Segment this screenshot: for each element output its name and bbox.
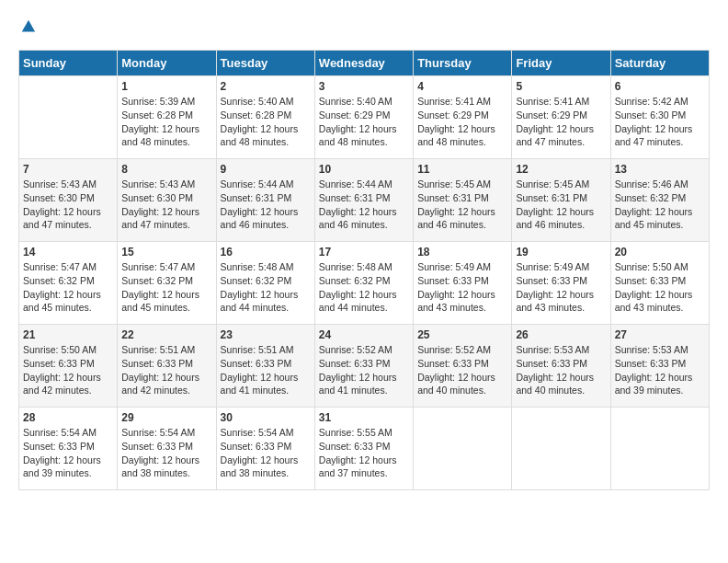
day-info: Sunrise: 5:42 AMSunset: 6:30 PMDaylight:… [615, 95, 705, 149]
day-info: Sunrise: 5:43 AMSunset: 6:30 PMDaylight:… [121, 178, 211, 232]
day-info: Sunrise: 5:40 AMSunset: 6:28 PMDaylight:… [221, 95, 311, 149]
week-row-4: 21Sunrise: 5:50 AMSunset: 6:33 PMDayligh… [19, 325, 710, 408]
day-number: 13 [615, 163, 705, 176]
calendar-cell: 1Sunrise: 5:39 AMSunset: 6:28 PMDaylight… [118, 76, 216, 159]
calendar-cell: 3Sunrise: 5:40 AMSunset: 6:29 PMDaylight… [314, 76, 413, 159]
day-number: 28 [23, 411, 113, 424]
calendar-cell: 10Sunrise: 5:44 AMSunset: 6:31 PMDayligh… [314, 159, 413, 242]
day-number: 14 [23, 246, 113, 259]
day-info: Sunrise: 5:53 AMSunset: 6:33 PMDaylight:… [516, 343, 606, 397]
calendar-cell: 11Sunrise: 5:45 AMSunset: 6:31 PMDayligh… [414, 159, 512, 242]
header-cell-tuesday: Tuesday [216, 51, 314, 76]
calendar-cell [512, 408, 610, 490]
day-info: Sunrise: 5:54 AMSunset: 6:33 PMDaylight:… [23, 426, 113, 480]
day-number: 4 [417, 80, 507, 93]
day-info: Sunrise: 5:48 AMSunset: 6:32 PMDaylight:… [319, 260, 409, 315]
day-number: 16 [221, 246, 311, 259]
calendar-cell: 30Sunrise: 5:54 AMSunset: 6:33 PMDayligh… [216, 408, 314, 490]
day-info: Sunrise: 5:51 AMSunset: 6:33 PMDaylight:… [221, 343, 311, 397]
calendar-cell: 4Sunrise: 5:41 AMSunset: 6:29 PMDaylight… [414, 76, 512, 159]
calendar-cell: 31Sunrise: 5:55 AMSunset: 6:33 PMDayligh… [314, 408, 413, 490]
calendar-cell: 14Sunrise: 5:47 AMSunset: 6:32 PMDayligh… [19, 242, 118, 325]
calendar-cell: 23Sunrise: 5:51 AMSunset: 6:33 PMDayligh… [216, 325, 314, 408]
calendar-cell: 26Sunrise: 5:53 AMSunset: 6:33 PMDayligh… [512, 325, 610, 408]
calendar-table: SundayMondayTuesdayWednesdayThursdayFrid… [18, 50, 710, 490]
header-cell-sunday: Sunday [19, 51, 118, 76]
day-info: Sunrise: 5:47 AMSunset: 6:32 PMDaylight:… [121, 260, 211, 315]
day-info: Sunrise: 5:53 AMSunset: 6:33 PMDaylight:… [615, 343, 705, 397]
calendar-cell [610, 408, 709, 490]
day-info: Sunrise: 5:48 AMSunset: 6:32 PMDaylight:… [221, 260, 311, 315]
logo-icon [20, 18, 37, 35]
calendar-cell: 17Sunrise: 5:48 AMSunset: 6:32 PMDayligh… [314, 242, 413, 325]
calendar-cell: 29Sunrise: 5:54 AMSunset: 6:33 PMDayligh… [118, 408, 216, 490]
day-info: Sunrise: 5:44 AMSunset: 6:31 PMDaylight:… [319, 178, 409, 232]
calendar-cell: 9Sunrise: 5:44 AMSunset: 6:31 PMDaylight… [216, 159, 314, 242]
day-info: Sunrise: 5:50 AMSunset: 6:33 PMDaylight:… [23, 343, 113, 397]
day-number: 25 [417, 328, 507, 341]
day-info: Sunrise: 5:49 AMSunset: 6:33 PMDaylight:… [516, 260, 606, 315]
day-number: 18 [417, 246, 507, 259]
calendar-cell: 8Sunrise: 5:43 AMSunset: 6:30 PMDaylight… [118, 159, 216, 242]
header-cell-thursday: Thursday [414, 51, 512, 76]
header-cell-monday: Monday [118, 51, 216, 76]
day-info: Sunrise: 5:52 AMSunset: 6:33 PMDaylight:… [319, 343, 409, 397]
day-number: 21 [23, 328, 113, 341]
day-info: Sunrise: 5:43 AMSunset: 6:30 PMDaylight:… [23, 178, 113, 232]
day-number: 24 [319, 328, 409, 341]
header-cell-wednesday: Wednesday [314, 51, 413, 76]
calendar-cell: 2Sunrise: 5:40 AMSunset: 6:28 PMDaylight… [216, 76, 314, 159]
day-info: Sunrise: 5:45 AMSunset: 6:31 PMDaylight:… [516, 178, 606, 232]
day-number: 9 [221, 163, 311, 176]
day-number: 6 [615, 80, 705, 93]
calendar-cell: 20Sunrise: 5:50 AMSunset: 6:33 PMDayligh… [610, 242, 709, 325]
day-info: Sunrise: 5:47 AMSunset: 6:32 PMDaylight:… [23, 260, 113, 315]
header-cell-saturday: Saturday [610, 51, 709, 76]
day-number: 31 [319, 411, 409, 424]
week-row-2: 7Sunrise: 5:43 AMSunset: 6:30 PMDaylight… [19, 159, 710, 242]
day-info: Sunrise: 5:49 AMSunset: 6:33 PMDaylight:… [417, 260, 507, 315]
header-row: SundayMondayTuesdayWednesdayThursdayFrid… [19, 51, 710, 76]
day-number: 7 [23, 163, 113, 176]
calendar-cell [19, 76, 118, 159]
calendar-header: SundayMondayTuesdayWednesdayThursdayFrid… [19, 51, 710, 76]
calendar-cell: 6Sunrise: 5:42 AMSunset: 6:30 PMDaylight… [610, 76, 709, 159]
day-info: Sunrise: 5:54 AMSunset: 6:33 PMDaylight:… [121, 426, 211, 480]
calendar-cell: 25Sunrise: 5:52 AMSunset: 6:33 PMDayligh… [414, 325, 512, 408]
day-number: 20 [615, 246, 705, 259]
calendar-cell: 7Sunrise: 5:43 AMSunset: 6:30 PMDaylight… [19, 159, 118, 242]
day-info: Sunrise: 5:40 AMSunset: 6:29 PMDaylight:… [319, 95, 409, 149]
day-number: 5 [516, 80, 606, 93]
day-number: 12 [516, 163, 606, 176]
day-number: 29 [121, 411, 211, 424]
day-number: 23 [221, 328, 311, 341]
day-info: Sunrise: 5:41 AMSunset: 6:29 PMDaylight:… [417, 95, 507, 149]
calendar-cell: 16Sunrise: 5:48 AMSunset: 6:32 PMDayligh… [216, 242, 314, 325]
calendar-cell: 13Sunrise: 5:46 AMSunset: 6:32 PMDayligh… [610, 159, 709, 242]
day-info: Sunrise: 5:54 AMSunset: 6:33 PMDaylight:… [221, 426, 311, 480]
day-number: 3 [319, 80, 409, 93]
day-number: 11 [417, 163, 507, 176]
calendar-body: 1Sunrise: 5:39 AMSunset: 6:28 PMDaylight… [19, 76, 710, 490]
calendar-cell [414, 408, 512, 490]
day-number: 1 [121, 80, 211, 93]
calendar-cell: 18Sunrise: 5:49 AMSunset: 6:33 PMDayligh… [414, 242, 512, 325]
week-row-3: 14Sunrise: 5:47 AMSunset: 6:32 PMDayligh… [19, 242, 710, 325]
page-header [18, 18, 710, 40]
day-number: 8 [121, 163, 211, 176]
day-info: Sunrise: 5:41 AMSunset: 6:29 PMDaylight:… [516, 95, 606, 149]
day-info: Sunrise: 5:55 AMSunset: 6:33 PMDaylight:… [319, 426, 409, 480]
calendar-cell: 24Sunrise: 5:52 AMSunset: 6:33 PMDayligh… [314, 325, 413, 408]
day-info: Sunrise: 5:39 AMSunset: 6:28 PMDaylight:… [121, 95, 211, 149]
calendar-cell: 22Sunrise: 5:51 AMSunset: 6:33 PMDayligh… [118, 325, 216, 408]
day-info: Sunrise: 5:50 AMSunset: 6:33 PMDaylight:… [615, 260, 705, 315]
calendar-cell: 28Sunrise: 5:54 AMSunset: 6:33 PMDayligh… [19, 408, 118, 490]
day-number: 27 [615, 328, 705, 341]
day-number: 30 [221, 411, 311, 424]
day-info: Sunrise: 5:45 AMSunset: 6:31 PMDaylight:… [417, 178, 507, 232]
day-info: Sunrise: 5:44 AMSunset: 6:31 PMDaylight:… [221, 178, 311, 232]
day-info: Sunrise: 5:51 AMSunset: 6:33 PMDaylight:… [121, 343, 211, 397]
week-row-1: 1Sunrise: 5:39 AMSunset: 6:28 PMDaylight… [19, 76, 710, 159]
calendar-cell: 15Sunrise: 5:47 AMSunset: 6:32 PMDayligh… [118, 242, 216, 325]
day-number: 17 [319, 246, 409, 259]
